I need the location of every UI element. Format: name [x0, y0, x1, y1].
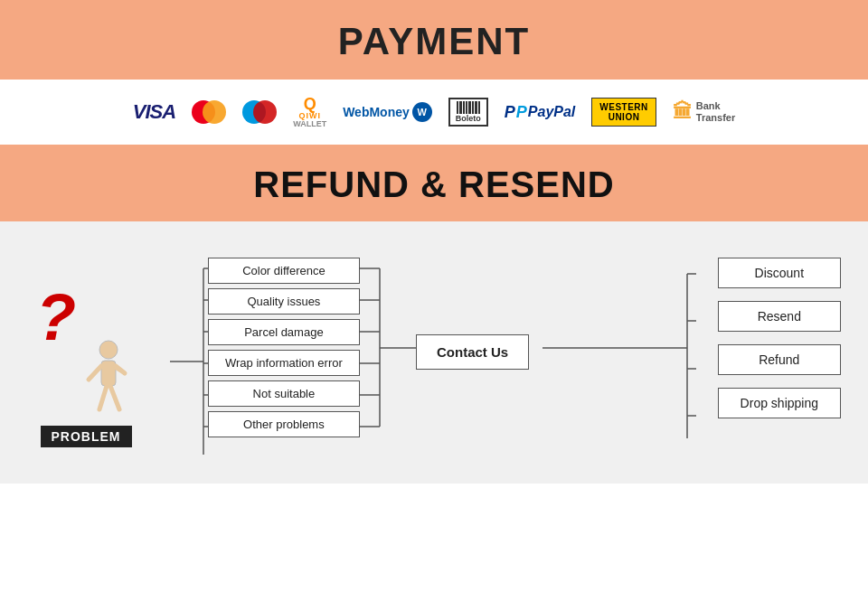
- svg-line-27: [99, 386, 107, 409]
- diagram-inner: ? PROBLEM: [27, 249, 841, 474]
- problem-figure: ? PROBLEM: [27, 267, 145, 447]
- svg-line-24: [89, 366, 101, 380]
- diagram-section: ? PROBLEM: [0, 221, 868, 484]
- solution-resend: Resend: [718, 301, 841, 332]
- solution-drop-shipping: Drop shipping: [718, 388, 841, 418]
- svg-rect-23: [101, 361, 116, 386]
- problem-label: PROBLEM: [41, 426, 132, 447]
- maestro-logo: [242, 100, 277, 124]
- paypal-logo: PP PayPal: [505, 103, 576, 122]
- payment-section-header: PAYMENT: [0, 0, 868, 80]
- problems-column: Color difference Quality issues Parcel d…: [208, 258, 360, 437]
- person-figure: [81, 339, 131, 420]
- qiwi-logo: Q QIWI WALLET: [293, 96, 326, 128]
- problem-item-color-difference: Color difference: [208, 258, 360, 284]
- visa-logo: VISA: [133, 100, 175, 124]
- mastercard-logo: [192, 100, 226, 124]
- solution-discount: Discount: [718, 258, 841, 288]
- refund-section-header: REFUND & RESEND: [0, 145, 868, 221]
- boleto-logo: Boleto: [448, 98, 488, 127]
- western-union-logo: WESTERNUNION: [591, 98, 656, 127]
- question-mark-icon: ?: [36, 285, 76, 350]
- svg-line-28: [110, 386, 119, 409]
- svg-point-22: [99, 341, 118, 359]
- webmoney-logo: WebMoney W: [343, 102, 432, 122]
- payment-title: PAYMENT: [0, 20, 868, 63]
- svg-line-26: [116, 368, 125, 373]
- problem-item-parcel-damage: Parcel damage: [208, 319, 360, 345]
- problem-item-wrap-error: Wrap information error: [208, 350, 360, 376]
- problem-item-other-problems: Other problems: [208, 411, 360, 437]
- payment-logos-row: VISA Q QIWI WALLET WebMoney W Boleto PP …: [0, 80, 868, 145]
- refund-title: REFUND & RESEND: [0, 164, 868, 205]
- problem-item-quality-issues: Quality issues: [208, 288, 360, 315]
- bank-transfer-logo: 🏛 BankTransfer: [673, 100, 735, 124]
- solutions-column: Discount Resend Refund Drop shipping: [718, 258, 841, 418]
- solution-refund: Refund: [718, 344, 841, 375]
- problem-item-not-suitable: Not suitable: [208, 380, 360, 407]
- contact-us-box[interactable]: Contact Us: [416, 334, 529, 370]
